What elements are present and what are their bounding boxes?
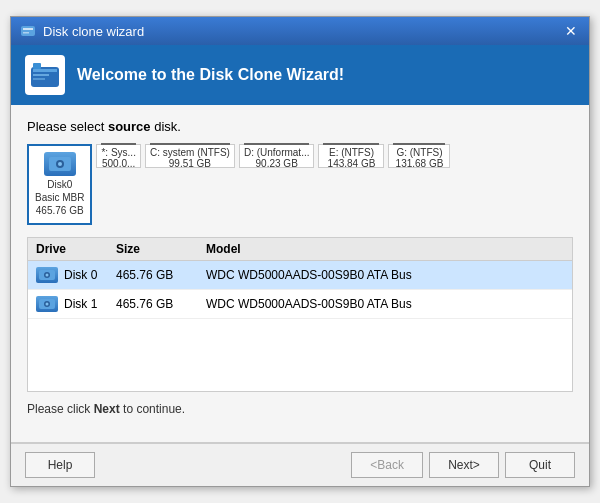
partition-e-label: E: (NTFS) (329, 147, 374, 158)
disk0-small-icon (36, 267, 58, 283)
content-area: Please select source disk. Disk0 (11, 105, 589, 442)
col-size: Size (116, 242, 206, 256)
hd-icon (44, 152, 76, 176)
col-drive: Drive (36, 242, 116, 256)
source-prefix: Please select (27, 119, 108, 134)
partition-g-label: G: (NTFS) (396, 147, 442, 158)
main-window: Disk clone wizard ✕ Welcome to the Disk … (10, 16, 590, 487)
button-bar: Help <Back Next> Quit (11, 443, 589, 486)
next-button[interactable]: Next> (429, 452, 499, 478)
title-bar: Disk clone wizard ✕ (11, 17, 589, 45)
table-body: Disk 0 465.76 GB WDC WD5000AADS-00S9B0 A… (28, 261, 572, 391)
help-button[interactable]: Help (25, 452, 95, 478)
source-disk-label: Please select source disk. (27, 119, 573, 134)
footer-bold: Next (94, 402, 120, 416)
svg-rect-2 (23, 32, 29, 34)
col-model: Model (206, 242, 564, 256)
svg-rect-7 (33, 63, 41, 69)
disk-visual-grid: Disk0 Basic MBR 465.76 GB *: Sys... 500.… (27, 144, 573, 225)
svg-point-13 (46, 274, 49, 277)
partition-sys: *: Sys... 500.0... (96, 144, 140, 168)
source-suffix: disk. (151, 119, 181, 134)
close-button[interactable]: ✕ (561, 21, 581, 41)
partition-sys-label: *: Sys... (101, 147, 135, 158)
svg-rect-6 (33, 78, 45, 80)
svg-rect-5 (33, 74, 49, 76)
nav-buttons: <Back Next> Quit (351, 452, 575, 478)
partition-e: E: (NTFS) 143.84 GB (318, 144, 384, 168)
table-header: Drive Size Model (28, 238, 572, 261)
footer-suffix: to continue. (120, 402, 185, 416)
svg-rect-1 (23, 28, 33, 30)
row0-drive: Disk 0 (36, 267, 116, 283)
quit-button[interactable]: Quit (505, 452, 575, 478)
partition-g: G: (NTFS) 131.68 GB (388, 144, 450, 168)
back-button[interactable]: <Back (351, 452, 423, 478)
wizard-icon (29, 59, 61, 91)
svg-point-16 (46, 303, 49, 306)
disk0-label: Disk0 Basic MBR 465.76 GB (35, 178, 84, 217)
window-title: Disk clone wizard (43, 24, 144, 39)
disk-table: Drive Size Model Disk 0 (27, 237, 573, 392)
partition-d-label: D: (Unformat... (244, 147, 310, 158)
table-row[interactable]: Disk 0 465.76 GB WDC WD5000AADS-00S9B0 A… (28, 261, 572, 290)
row1-drive: Disk 1 (36, 296, 116, 312)
svg-rect-4 (33, 69, 57, 72)
header-banner: Welcome to the Disk Clone Wizard! (11, 45, 589, 105)
partition-c: C: system (NTFS) 99.51 GB (145, 144, 235, 168)
disk1-small-icon (36, 296, 58, 312)
table-row[interactable]: Disk 1 465.76 GB WDC WD5000AADS-00S9B0 A… (28, 290, 572, 319)
header-icon-box (25, 55, 65, 95)
footer-prefix: Please click (27, 402, 94, 416)
svg-point-10 (58, 162, 62, 166)
partition-c-label: C: system (NTFS) (150, 147, 230, 158)
title-bar-left: Disk clone wizard (19, 22, 144, 40)
disk-item-main: Disk0 Basic MBR 465.76 GB (27, 144, 92, 225)
footer-note: Please click Next to continue. (27, 402, 573, 416)
svg-rect-0 (21, 26, 35, 36)
app-icon (19, 22, 37, 40)
partition-d: D: (Unformat... 90.23 GB (239, 144, 315, 168)
source-bold: source (108, 119, 151, 134)
header-title: Welcome to the Disk Clone Wizard! (77, 66, 344, 84)
